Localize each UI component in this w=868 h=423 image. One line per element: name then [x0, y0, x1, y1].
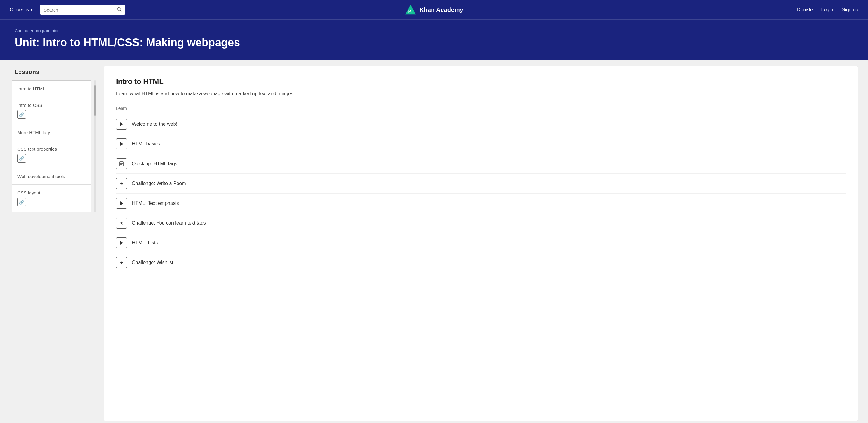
chevron-down-icon: ▾	[31, 8, 33, 12]
logo[interactable]: K Khan Academy	[405, 4, 463, 15]
sidebar-items-list: Intro to HTML Intro to CSS 🔗 More HTML t…	[12, 80, 91, 212]
lesson-item-7[interactable]: ★ Challenge: Wishlist	[116, 253, 846, 272]
video-icon-0	[116, 119, 127, 130]
sidebar: Lessons Intro to HTML Intro to CSS 🔗 Mor…	[0, 60, 97, 423]
donate-link[interactable]: Donate	[797, 7, 813, 12]
sidebar-title: Lessons	[12, 68, 97, 75]
content-description: Learn what HTML is and how to make a web…	[116, 90, 846, 97]
section-label: Learn	[116, 106, 846, 111]
link-icon-1: 🔗	[18, 110, 26, 119]
sidebar-item-intro-css[interactable]: Intro to CSS 🔗	[12, 97, 91, 125]
main-layout: Lessons Intro to HTML Intro to CSS 🔗 Mor…	[0, 60, 868, 423]
breadcrumb: Computer programming	[14, 28, 854, 33]
courses-menu[interactable]: Courses ▾	[10, 7, 33, 13]
lesson-item-2[interactable]: Quick tip: HTML tags	[116, 154, 846, 174]
lesson-name-4: HTML: Text emphasis	[132, 200, 179, 206]
link-icon-3: 🔗	[18, 154, 26, 163]
login-link[interactable]: Login	[822, 7, 833, 12]
lesson-name-1: HTML basics	[132, 141, 160, 147]
svg-marker-11	[120, 241, 123, 245]
sidebar-scroll-wrap: Intro to HTML Intro to CSS 🔗 More HTML t…	[12, 80, 97, 212]
svg-line-1	[120, 10, 121, 11]
lesson-name-2: Quick tip: HTML tags	[132, 161, 177, 166]
scrollbar-track[interactable]	[93, 80, 97, 212]
sidebar-item-label-1: Intro to CSS	[18, 103, 86, 108]
svg-marker-10	[120, 201, 123, 205]
sidebar-item-label-0: Intro to HTML	[18, 86, 86, 91]
lesson-list: Welcome to the web! HTML basics	[116, 115, 846, 272]
sidebar-item-css-layout[interactable]: CSS layout 🔗	[12, 185, 91, 212]
scrollbar-thumb[interactable]	[94, 85, 96, 116]
svg-text:K: K	[408, 8, 412, 14]
video-icon-1	[116, 138, 127, 150]
challenge-icon-7: ★	[116, 257, 127, 268]
sidebar-item-intro-html[interactable]: Intro to HTML	[12, 80, 91, 97]
sidebar-item-label-3: CSS text properties	[18, 147, 86, 152]
content-panel: Intro to HTML Learn what HTML is and how…	[103, 66, 858, 421]
signup-link[interactable]: Sign up	[842, 7, 858, 12]
lesson-name-7: Challenge: Wishlist	[132, 260, 173, 265]
svg-marker-4	[120, 122, 123, 126]
lesson-name-5: Challenge: You can learn text tags	[132, 220, 206, 226]
video-icon-6	[116, 237, 127, 248]
lesson-item-5[interactable]: ★ Challenge: You can learn text tags	[116, 213, 846, 233]
search-input[interactable]	[43, 7, 114, 12]
lesson-item-6[interactable]: HTML: Lists	[116, 233, 846, 253]
unit-header: Computer programming Unit: Intro to HTML…	[0, 20, 868, 60]
logo-icon: K	[405, 4, 416, 15]
navbar: Courses ▾ K Khan Academy Donate Login Si…	[0, 0, 868, 20]
lesson-name-0: Welcome to the web!	[132, 122, 177, 127]
lesson-item-4[interactable]: HTML: Text emphasis	[116, 194, 846, 213]
lesson-item-1[interactable]: HTML basics	[116, 134, 846, 154]
lesson-name-3: Challenge: Write a Poem	[132, 181, 186, 186]
unit-title: Unit: Intro to HTML/CSS: Making webpages	[14, 36, 854, 49]
challenge-icon-3: ★	[116, 178, 127, 189]
lesson-name-6: HTML: Lists	[132, 240, 158, 246]
search-icon	[117, 7, 122, 13]
lesson-item-3[interactable]: ★ Challenge: Write a Poem	[116, 174, 846, 194]
sidebar-item-label-5: CSS layout	[18, 190, 86, 195]
sidebar-item-label-4: Web development tools	[18, 174, 86, 179]
sidebar-item-web-dev[interactable]: Web development tools	[12, 168, 91, 185]
svg-marker-5	[120, 142, 123, 146]
lesson-item-0[interactable]: Welcome to the web!	[116, 115, 846, 134]
logo-text: Khan Academy	[420, 6, 463, 13]
search-box[interactable]	[40, 5, 125, 14]
challenge-icon-5: ★	[116, 218, 127, 229]
sidebar-item-more-html[interactable]: More HTML tags	[12, 125, 91, 141]
sidebar-item-css-text[interactable]: CSS text properties 🔗	[12, 141, 91, 168]
content-title: Intro to HTML	[116, 77, 846, 86]
nav-right: Donate Login Sign up	[797, 7, 858, 12]
video-icon-4	[116, 198, 127, 209]
courses-label: Courses	[10, 7, 29, 13]
sidebar-item-label-2: More HTML tags	[18, 130, 86, 135]
article-icon-2	[116, 158, 127, 169]
link-icon-5: 🔗	[18, 198, 26, 206]
